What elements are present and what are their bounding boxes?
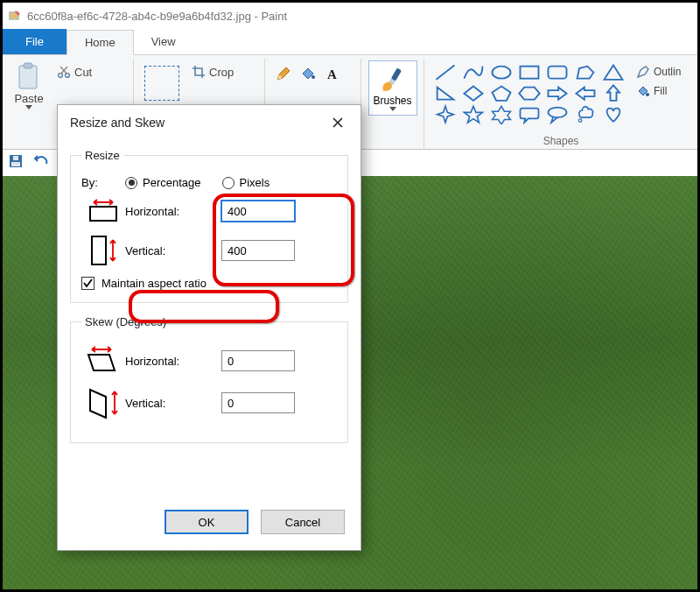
crop-button[interactable]: Crop [188,63,237,81]
svg-rect-11 [520,67,538,79]
dialog-titlebar[interactable]: Resize and Skew [58,105,360,140]
svg-text:A: A [327,67,337,81]
shape-diamond-icon[interactable] [461,83,486,103]
maintain-aspect-checkbox[interactable]: Maintain aspect ratio [81,277,337,290]
fill-icon [636,84,650,98]
svg-rect-2 [19,66,37,88]
by-label: By: [81,176,125,189]
radio-percentage[interactable]: Percentage [125,176,201,189]
resize-horizontal-input[interactable] [221,201,295,222]
shape-fill-button[interactable]: Fill [636,83,681,99]
shape-triangle-icon[interactable] [601,62,626,82]
bucket-icon[interactable] [300,66,316,81]
clipboard-icon [16,62,42,92]
fill-label: Fill [654,85,667,97]
svg-point-4 [59,74,63,78]
undo-icon[interactable] [32,153,50,169]
resize-v-label: Vertical: [125,244,221,257]
shape-callout-round-icon[interactable] [517,104,542,124]
close-icon [332,117,343,128]
select-button[interactable] [141,60,183,102]
crop-label: Crop [209,66,234,79]
resize-horizontal-icon [81,198,125,224]
shape-star6-icon[interactable] [489,104,514,124]
svg-point-6 [312,75,315,79]
svg-rect-12 [548,67,566,79]
brush-icon [378,65,408,95]
shape-hexagon-icon[interactable] [517,83,542,103]
paste-label: Paste [14,92,43,105]
shape-polygon-icon[interactable] [573,62,598,82]
svg-rect-1 [10,13,18,18]
svg-point-10 [492,67,510,79]
skew-group: Skew (Degrees) Horizontal: Vertical: [70,315,348,443]
skew-horizontal-icon [81,346,125,376]
shape-rect-icon[interactable] [517,62,542,82]
maintain-label: Maintain aspect ratio [102,277,206,290]
svg-rect-9 [390,67,401,81]
scissors-icon [57,65,71,79]
ok-button[interactable]: OK [164,510,248,534]
shape-outline-button[interactable]: Outlin [636,64,681,80]
dialog-title: Resize and Skew [70,116,164,130]
quick-access-toolbar [8,153,50,169]
crop-icon [192,65,206,79]
group-brushes: Brushes [361,59,424,149]
shape-arrowr-icon[interactable] [545,83,570,103]
radio-dot-icon [222,177,234,189]
shape-oval-icon[interactable] [489,62,514,82]
group-shapes: Outlin Fill Shapes [424,59,697,149]
shape-line-icon[interactable] [433,62,458,82]
resize-group: Resize By: Percentage Pixels Horizontal: [70,149,348,303]
svg-point-5 [66,74,70,78]
window-title: 6cc60f8a-ef6c-4728-ab4c-b9e9a6b4fd32.jpg… [27,10,287,23]
paste-button[interactable]: Paste [10,60,48,111]
skew-legend: Skew (Degrees) [81,315,170,328]
group-brushes-title [368,133,416,147]
shape-callout-cloud-icon[interactable] [573,104,598,124]
selection-rect-icon [144,66,179,101]
tab-home[interactable]: Home [66,30,134,55]
svg-rect-3 [24,63,32,68]
checkbox-icon [81,277,94,290]
window-titlebar: 6cc60f8a-ef6c-4728-ab4c-b9e9a6b4fd32.jpg… [3,3,697,29]
shape-star5-icon[interactable] [461,104,486,124]
dialog-close-button[interactable] [324,112,352,133]
shape-arrowl-icon[interactable] [573,83,598,103]
radio-pixels[interactable]: Pixels [222,176,270,189]
skew-horizontal-input[interactable] [221,350,295,371]
brushes-button[interactable]: Brushes [368,60,417,116]
tab-file[interactable]: File [3,29,66,54]
tab-view[interactable]: View [134,29,193,54]
skew-h-label: Horizontal: [125,355,221,368]
group-shapes-title: Shapes [431,133,690,147]
resize-skew-dialog: Resize and Skew Resize By: Percentage Pi… [57,104,361,551]
pencil-icon[interactable] [276,66,291,81]
svg-point-14 [578,119,581,122]
skew-vertical-input[interactable] [221,392,295,413]
shapes-gallery[interactable] [431,60,627,125]
cut-button[interactable]: Cut [53,63,95,81]
skew-v-label: Vertical: [125,397,221,410]
resize-legend: Resize [81,149,123,162]
text-icon[interactable]: A [325,66,340,81]
shape-star4-icon[interactable] [433,104,458,124]
brushes-label: Brushes [373,95,411,107]
shape-callout-oval-icon[interactable] [545,104,570,124]
resize-h-label: Horizontal: [125,205,221,218]
outline-icon [636,65,650,79]
skew-vertical-icon [81,384,125,421]
outline-label: Outlin [654,66,681,78]
shape-pentagon-icon[interactable] [489,83,514,103]
shape-arrowu-icon[interactable] [601,83,626,103]
cut-label: Cut [74,66,92,79]
resize-vertical-input[interactable] [221,240,295,261]
shape-roundrect-icon[interactable] [545,62,570,82]
shape-righttri-icon[interactable] [433,83,458,103]
svg-rect-17 [11,162,20,166]
save-icon[interactable] [8,153,24,169]
cancel-button[interactable]: Cancel [261,510,345,534]
svg-rect-18 [13,156,18,160]
shape-heart-icon[interactable] [601,104,626,124]
shape-curve-icon[interactable] [461,62,486,82]
